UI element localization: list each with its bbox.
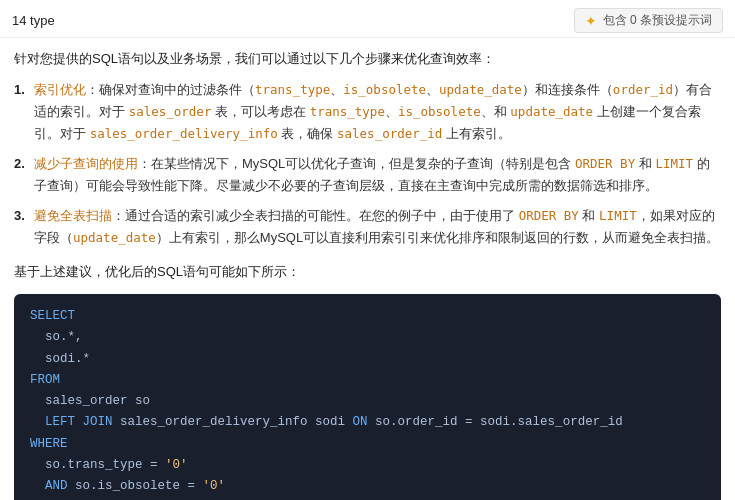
preset-label: 包含 0 条预设提示词 — [603, 12, 712, 29]
section3-title: 避免全表扫描 — [34, 208, 112, 223]
section-item-2: 2. 减少子查询的使用：在某些情况下，MySQL可以优化子查询，但是复杂的子查询… — [14, 153, 721, 197]
section2-title: 减少子查询的使用 — [34, 156, 138, 171]
section1-title: 索引优化 — [34, 82, 86, 97]
intro-text: 针对您提供的SQL语句以及业务场景，我们可以通过以下几个步骤来优化查询效率： — [14, 48, 721, 71]
type-label: 14 type — [12, 13, 55, 28]
section-item-3: 3. 避免全表扫描：通过合适的索引减少全表扫描的可能性。在您的例子中，由于使用了… — [14, 205, 721, 249]
top-bar: 14 type ✦ 包含 0 条预设提示词 — [0, 0, 735, 38]
summary-text: 基于上述建议，优化后的SQL语句可能如下所示： — [14, 261, 721, 284]
preset-hint[interactable]: ✦ 包含 0 条预设提示词 — [574, 8, 723, 33]
code-block: SELECT so.*, sodi.* FROM sales_order so … — [14, 294, 721, 500]
main-content: 针对您提供的SQL语句以及业务场景，我们可以通过以下几个步骤来优化查询效率： 1… — [0, 38, 735, 500]
sparkle-icon: ✦ — [585, 13, 597, 29]
section-item-1: 1. 索引优化：确保对查询中的过滤条件（trans_type、is_obsole… — [14, 79, 721, 145]
section-list: 1. 索引优化：确保对查询中的过滤条件（trans_type、is_obsole… — [14, 79, 721, 250]
